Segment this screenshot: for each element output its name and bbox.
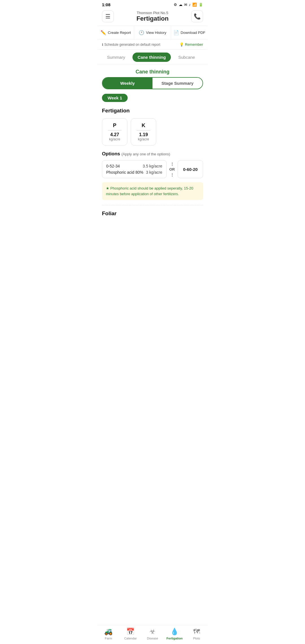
app-header: ☰ Thomson Plot No.5 Fertigation 📞 — [97, 8, 208, 26]
edit-icon: ✏️ — [101, 30, 106, 35]
dots-bottom: ⋮ — [170, 173, 174, 177]
action-bar: ✏️ Create Report 🕐 View History 📄 Downlo… — [97, 26, 208, 40]
header-subtitle: Thomson Plot No.5 — [114, 11, 191, 15]
option-2-label: 0-60-20 — [183, 167, 198, 172]
remember-label: Remember — [185, 42, 203, 47]
options-heading: Options (Apply any one of the options) — [102, 151, 203, 157]
week-badge-label: Week 1 — [102, 94, 128, 102]
download-pdf-button[interactable]: 📄 Download PDF — [171, 26, 208, 39]
create-report-button[interactable]: ✏️ Create Report — [97, 26, 134, 39]
option-card-2: 0-60-20 — [178, 160, 203, 178]
wifi-icon: 📶 — [192, 3, 197, 7]
option-1-name-2: Phosphoric acid 80% — [106, 170, 143, 175]
dots-top: ⋮ — [170, 162, 174, 166]
weekly-tab[interactable]: Weekly — [103, 78, 152, 89]
view-tabs: Weekly Stage Summary — [102, 77, 203, 89]
nutrient-letter-k: K — [137, 123, 150, 129]
options-subtext: (Apply any one of the options) — [121, 152, 170, 156]
pdf-icon: 📄 — [173, 30, 179, 35]
option-1-line-1: 0-52-34 3.5 kg/acre — [106, 164, 162, 168]
tab-cane-thinning-label: Cane thinning — [138, 55, 166, 60]
header-title: Fertigation — [114, 15, 191, 22]
warning-text: ★ Phosphoric acid should be applied sepe… — [106, 186, 193, 196]
header-title-block: Thomson Plot No.5 Fertigation — [114, 11, 191, 22]
stage-summary-tab[interactable]: Stage Summary — [152, 78, 202, 89]
tab-cane-thinning[interactable]: Cane thinning — [132, 53, 171, 62]
tab-summary-label: Summary — [107, 55, 125, 60]
nutrient-card-p: P 4.27 kg/acre — [102, 118, 127, 145]
nutrient-unit-k: kg/acre — [137, 137, 150, 141]
cloud-icon: ☁ — [179, 3, 182, 7]
week-badge: Week 1 — [97, 94, 208, 106]
bulb-icon: 💡 — [179, 42, 184, 47]
nutrient-value-k: 1.19 — [137, 132, 150, 137]
options-heading-label: Options — [102, 151, 120, 156]
music-icon: ♪ — [189, 3, 191, 7]
tab-more-label: ··· — [207, 55, 208, 60]
nutrient-value-p: 4.27 — [108, 132, 121, 137]
option-1-line-2: Phosphoric acid 80% 3 kg/acre — [106, 170, 162, 175]
option-1-value-1: 3.5 kg/acre — [143, 164, 162, 168]
section-divider — [102, 205, 203, 205]
battery-icon: 🔋 — [199, 3, 203, 7]
warning-box: ★ Phosphoric acid should be applied sepe… — [102, 182, 203, 200]
foliar-heading: Foliar — [102, 210, 203, 219]
settings-icon: ⚙ — [174, 3, 177, 7]
section-title: Cane thinning — [97, 65, 208, 77]
status-icons: ⚙ ☁ ✉ ♪ 📶 🔋 — [174, 3, 203, 7]
tab-more[interactable]: ··· — [202, 53, 208, 62]
info-banner: ℹ Schedule generated on default report 💡… — [97, 40, 208, 50]
option-1-name-1: 0-52-34 — [106, 164, 120, 168]
main-tabs: Summary Cane thinning Subcane ··· — [97, 50, 208, 65]
or-divider: ⋮ OR ⋮ — [167, 160, 178, 178]
nutrient-letter-p: P — [108, 123, 121, 129]
weekly-tab-label: Weekly — [120, 81, 135, 86]
menu-button[interactable]: ☰ — [102, 10, 114, 22]
or-label: OR — [169, 167, 175, 171]
option-card-1: 0-52-34 3.5 kg/acre Phosphoric acid 80% … — [102, 160, 167, 178]
status-time: 1:08 — [102, 2, 110, 7]
status-bar: 1:08 ⚙ ☁ ✉ ♪ 📶 🔋 — [97, 0, 208, 8]
fertigation-heading: Fertigation — [102, 106, 203, 114]
options-row: 0-52-34 3.5 kg/acre Phosphoric acid 80% … — [102, 160, 203, 178]
main-content: Fertigation P 4.27 kg/acre K 1.19 kg/acr… — [97, 106, 208, 219]
call-button[interactable]: 📞 — [191, 10, 203, 22]
tab-summary[interactable]: Summary — [102, 53, 130, 62]
tab-subcane-label: Subcane — [178, 55, 195, 60]
download-pdf-label: Download PDF — [181, 31, 205, 35]
nutrient-unit-p: kg/acre — [108, 137, 121, 141]
mail-icon: ✉ — [184, 3, 187, 7]
phone-icon: 📞 — [194, 13, 201, 20]
stage-summary-tab-label: Stage Summary — [162, 81, 193, 86]
tab-subcane[interactable]: Subcane — [173, 53, 200, 62]
option-1-value-2: 3 kg/acre — [146, 170, 162, 175]
schedule-info-text: ℹ Schedule generated on default report — [102, 43, 160, 47]
history-icon: 🕐 — [139, 30, 144, 35]
view-history-label: View History — [146, 31, 166, 35]
hamburger-icon: ☰ — [105, 13, 110, 20]
nutrient-cards: P 4.27 kg/acre K 1.19 kg/acre — [102, 118, 203, 145]
remember-button[interactable]: 💡 Remember — [179, 42, 203, 47]
create-report-label: Create Report — [108, 31, 131, 35]
view-history-button[interactable]: 🕐 View History — [134, 26, 171, 39]
nutrient-card-k: K 1.19 kg/acre — [131, 118, 156, 145]
